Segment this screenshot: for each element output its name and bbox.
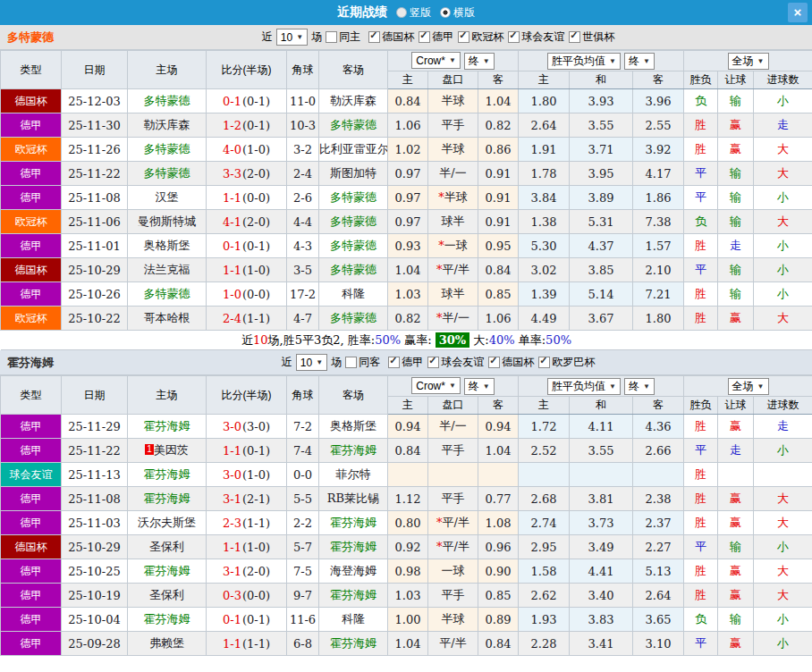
away-team: 霍芬海姆	[319, 439, 388, 463]
league-filter-checkbox[interactable]: 世俱杯	[569, 29, 614, 45]
team-name-text: 弗赖堡	[149, 636, 184, 650]
fulltime-score: 2-4	[223, 312, 241, 325]
subcol-avg-away: 客	[633, 397, 684, 415]
halftime-score: (1-0)	[242, 541, 270, 554]
crow-away-odds: 1.06	[478, 307, 519, 331]
bookmaker-select[interactable]: Crow*▼	[411, 52, 461, 69]
checkbox-checked-icon	[419, 31, 430, 43]
chevron-down-icon: ▼	[643, 57, 650, 65]
subcol-handicap: 盘口	[428, 71, 478, 89]
corner-score: 7-4	[287, 439, 319, 463]
league-filter-checkbox[interactable]: 德国杯	[488, 355, 534, 370]
team-name-text: 霍芬海姆	[144, 419, 190, 433]
corner-score: 7-5	[287, 559, 319, 584]
avg-draw-odds	[570, 463, 633, 487]
vertical-layout-radio[interactable]: 竖版	[396, 5, 431, 21]
odds-final-select[interactable]: 终▼	[464, 378, 495, 395]
crow-away-odds: 0.84	[478, 258, 519, 282]
col-date: 日期	[62, 376, 128, 415]
team-name-text: 多特蒙德	[144, 166, 190, 180]
avg-final-select[interactable]: 终▼	[624, 53, 655, 70]
crow-away-odds: 0.91	[478, 186, 519, 210]
avg-home-odds: 2.62	[519, 584, 570, 608]
card-badge: 1	[145, 444, 154, 455]
avg-draw-odds: 3.55	[570, 113, 633, 138]
league-filter-checkbox[interactable]: 德甲	[388, 355, 423, 370]
crow-away-odds: 1.08	[478, 511, 519, 535]
away-team: 多特蒙德	[319, 307, 388, 331]
avg-home-odds: 2.28	[519, 632, 570, 656]
crow-home-odds: 0.84	[388, 89, 428, 113]
result-handicap: 赢	[718, 632, 754, 656]
avg-draw-odds: 3.41	[570, 632, 633, 656]
match-count-select[interactable]: 10▼	[296, 354, 327, 371]
match-row: 德甲 25-09-28 弗赖堡 1-1(1-1) 6-8 霍芬海姆 1.04 平…	[1, 632, 812, 656]
avg-draw-odds: 5.31	[570, 210, 633, 234]
avg-odds-select[interactable]: 胜平负均值▼	[547, 378, 621, 395]
home-team: 圣保利	[128, 535, 207, 559]
checkbox-checked-icon	[488, 357, 500, 368]
match-score: 1-2(0-1)	[207, 113, 287, 138]
league-filter-checkbox[interactable]: 德甲	[419, 29, 453, 45]
avg-home-odds: 1.72	[519, 415, 570, 439]
match-date: 25-10-29	[62, 535, 128, 559]
team-name-text: 霍芬海姆	[144, 491, 190, 505]
away-team: 比利亚雷亚尔1	[319, 138, 388, 162]
avg-away-odds: 7.38	[633, 210, 684, 234]
same-venue-checkbox[interactable]: 同主	[326, 29, 360, 45]
avg-away-odds	[633, 463, 684, 487]
crow-home-odds: 0.93	[388, 234, 428, 258]
same-venue-checkbox[interactable]: 同客	[345, 355, 380, 370]
avg-away-odds: 3.10	[633, 632, 684, 656]
subcol-avg-home: 主	[519, 397, 570, 415]
fulltime-score: 3-0	[223, 420, 241, 433]
avg-draw-odds: 4.41	[570, 559, 633, 584]
avg-final-select[interactable]: 终▼	[624, 378, 655, 395]
match-score: 1-1(0-1)	[207, 439, 287, 463]
avg-home-odds: 3.02	[519, 258, 570, 282]
halftime-score: (1-1)	[242, 637, 270, 651]
handicap-line: 一球	[428, 559, 478, 584]
halftime-score: (1-0)	[242, 468, 270, 482]
team-name-text: 勒沃库森	[144, 118, 190, 131]
corner-score: 3-5	[287, 258, 319, 282]
fulltime-select[interactable]: 全场▼	[728, 378, 769, 395]
team-name-text: 多特蒙德	[144, 142, 190, 155]
corner-score: 10-3	[287, 113, 319, 138]
horizontal-layout-radio[interactable]: 横版	[440, 5, 475, 21]
close-button[interactable]: ×	[788, 3, 808, 22]
bookmaker-select[interactable]: Crow*▼	[411, 377, 461, 394]
result-outcome: 平	[684, 186, 718, 210]
avg-odds-select[interactable]: 胜平负均值▼	[547, 53, 621, 70]
match-date: 25-10-04	[62, 608, 128, 632]
league-filter-checkbox[interactable]: 球会友谊	[427, 355, 484, 370]
odds-final-select[interactable]: 终▼	[464, 53, 495, 70]
fulltime-score: 0-3	[223, 589, 241, 602]
league-filter-checkbox[interactable]: 欧冠杯	[458, 29, 503, 45]
league-filter-checkbox[interactable]: 欧罗巴杯	[538, 355, 595, 370]
result-goals: 大	[754, 487, 812, 511]
team-name-text: 奥格斯堡	[330, 419, 376, 433]
league-filter-checkbox[interactable]: 球会友谊	[508, 29, 564, 45]
result-goals: 小	[754, 282, 812, 307]
fulltime-score: 3-1	[223, 492, 241, 506]
subcol-avg-draw: 和	[570, 71, 633, 89]
avg-home-odds: 1.39	[519, 282, 570, 307]
avg-away-odds: 2.10	[633, 258, 684, 282]
avg-home-odds: 1.80	[519, 89, 570, 113]
corner-score: 17-2	[287, 282, 319, 307]
match-count-select[interactable]: 10▼	[276, 29, 308, 46]
avg-home-odds: 1.58	[519, 559, 570, 584]
home-team: 霍芬海姆	[128, 608, 207, 632]
away-team: 勒沃库森	[319, 89, 388, 113]
fulltime-select[interactable]: 全场▼	[728, 53, 769, 70]
team-filter-bar: 霍芬海姆 近 10▼ 场 同客 德甲球会友谊德国杯欧罗巴杯	[0, 350, 812, 375]
sections-container: 多特蒙德 近 10▼ 场 同主 德国杯德甲欧冠杯球会友谊世俱杯	[0, 25, 812, 656]
league-filter-label: 世俱杯	[582, 29, 614, 45]
league-filter-checkbox[interactable]: 德国杯	[368, 29, 414, 45]
match-date: 25-11-03	[62, 511, 128, 535]
avg-home-odds: 4.49	[519, 307, 570, 331]
results-body: 德甲 25-11-29 霍芬海姆 3-0(3-0) 7-2 奥格斯堡 0.94 …	[1, 415, 812, 656]
handicap-line: *一球	[428, 234, 478, 258]
match-row: 德国杯 25-12-03 多特蒙德 0-1(0-1) 11-0 勒沃库森 0.8…	[1, 89, 812, 113]
